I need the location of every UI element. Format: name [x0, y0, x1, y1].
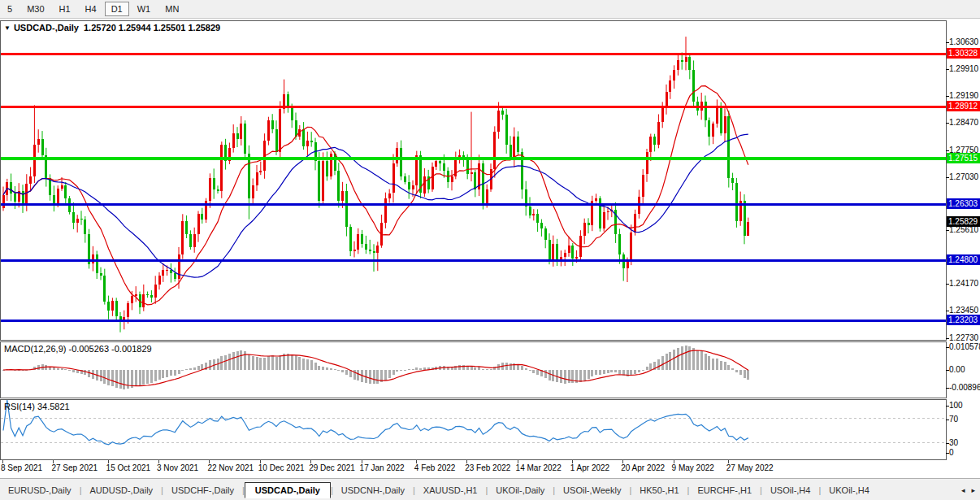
candle-body [365, 244, 367, 250]
chart-tab-audusd-daily[interactable]: AUDUSD-,Daily [81, 483, 161, 498]
candle-body [61, 185, 63, 189]
macd-histogram-bar [322, 367, 324, 370]
chart-tab-usdcad-daily[interactable]: USDCAD-,Daily [245, 482, 331, 498]
chart-tab-eurchf-h1[interactable]: EURCHF-,H1 [689, 483, 760, 498]
timeframe-button-w1[interactable]: W1 [131, 2, 158, 16]
macd-histogram-bar [716, 359, 718, 370]
candle-body [197, 214, 200, 234]
macd-indicator-panel[interactable]: MACD(12,26,9) -0.005263 -0.001829 [0, 341, 947, 398]
axis-tick-mark [946, 338, 949, 339]
horizontal-level-line[interactable] [1, 53, 946, 55]
ma-fast-line [3, 86, 748, 305]
timeframe-button-mn[interactable]: MN [158, 2, 185, 16]
macd-histogram-bar [158, 370, 161, 380]
horizontal-level-line[interactable] [1, 320, 946, 322]
candle-body [275, 129, 278, 152]
macd-histogram-bar [419, 368, 422, 371]
macd-histogram-bar [84, 370, 86, 375]
candle-body [720, 107, 722, 133]
horizontal-level-line[interactable] [1, 106, 946, 108]
date-label: 1 Apr 2022 [570, 463, 609, 472]
chart-tab-eurusd-daily[interactable]: EURUSD-,Daily [0, 483, 80, 498]
timeframe-button-h4[interactable]: H4 [79, 2, 103, 16]
horizontal-level-line[interactable] [1, 259, 946, 262]
tab-scroll-left-icon[interactable]: ◂ [961, 486, 965, 494]
chart-tab-usoil-h4[interactable]: USOil-,H4 [762, 483, 819, 498]
macd-histogram-bar [131, 370, 133, 388]
candle-body [474, 172, 476, 189]
candle-body [529, 207, 531, 216]
timeframe-button-m30[interactable]: M30 [20, 2, 50, 16]
macd-histogram-bar [677, 348, 679, 370]
timeframe-button-h1[interactable]: H1 [53, 2, 77, 16]
candle-body [178, 254, 180, 279]
timeframe-toolbar: 5M30H1H4D1W1MN [0, 0, 980, 19]
macd-histogram-bar [178, 370, 180, 374]
macd-histogram-bar [61, 368, 63, 370]
candle-body [256, 172, 258, 185]
horizontal-level-line[interactable] [1, 157, 946, 160]
chart-tab-xauusd-h1[interactable]: XAUUSD-,H1 [415, 483, 486, 498]
timeframe-button-d1[interactable]: D1 [105, 2, 129, 16]
price-tick: 1.27030 [949, 172, 978, 181]
rsi-indicator-panel[interactable]: RSI(14) 34.5821 [0, 399, 947, 460]
candle-body [443, 163, 445, 171]
date-axis[interactable]: 8 Sep 202127 Sep 202115 Oct 20213 Nov 20… [0, 460, 947, 478]
macd-histogram-bar [404, 370, 406, 371]
candle-body [271, 120, 274, 130]
price-chart-panel[interactable]: ▼USDCAD-,Daily1.25720 1.25944 1.25501 1.… [0, 20, 947, 341]
macd-histogram-bar [599, 370, 601, 375]
candle-body [92, 254, 94, 263]
candle-body [505, 115, 508, 145]
candle-body [72, 212, 75, 224]
macd-histogram-bar [240, 350, 242, 370]
macd-histogram-bar [252, 356, 254, 370]
candle-body [76, 219, 79, 224]
macd-histogram-bar [705, 354, 707, 370]
candle-body [302, 129, 305, 146]
candle-body [669, 80, 671, 92]
ma-slow-line [3, 134, 748, 277]
candle-body [213, 178, 215, 189]
candle-body [2, 195, 5, 208]
candle-body [404, 176, 406, 182]
date-label: 29 Dec 2021 [309, 463, 355, 472]
tab-scroll-right-icon[interactable]: ▸ [971, 486, 975, 494]
price-axis[interactable]: 1.306301.299101.291901.284701.277501.270… [947, 20, 980, 460]
rsi-line [3, 400, 748, 445]
level-price-label: 1.28912 [947, 101, 980, 111]
rsi-tick: 70 [949, 415, 958, 424]
candlestick-chart[interactable] [1, 21, 946, 340]
date-label: 14 Mar 2022 [516, 463, 562, 472]
macd-histogram-bar [68, 370, 71, 371]
axis-tick-mark [946, 150, 949, 151]
date-label: 17 Jan 2022 [360, 463, 405, 472]
macd-histogram-bar [549, 370, 551, 380]
macd-histogram-bar [735, 370, 738, 372]
candle-body [193, 234, 196, 247]
candle-body [111, 301, 114, 311]
macd-histogram-bar [618, 370, 621, 374]
candle-body [724, 116, 726, 133]
macd-histogram-bar [529, 370, 531, 371]
chart-dropdown-icon[interactable]: ▼ [4, 24, 11, 32]
timeframe-button-5[interactable]: 5 [1, 2, 19, 16]
candle-body [705, 102, 707, 120]
candle-body [400, 148, 402, 176]
chart-tab-usdcnh-daily[interactable]: USDCNH-,Daily [333, 483, 413, 498]
macd-histogram-bar [724, 362, 726, 370]
candle-body [107, 302, 110, 311]
chart-tab-hk50-h1[interactable]: HK50-,H1 [631, 483, 687, 498]
horizontal-level-line[interactable] [1, 203, 946, 206]
macd-histogram-bar [345, 370, 348, 375]
candle-body [103, 276, 106, 302]
candle-body [384, 198, 387, 223]
chart-title: ▼USDCAD-,Daily1.25720 1.25944 1.25501 1.… [4, 23, 220, 33]
chart-tab-usdchf-daily[interactable]: USDCHF-,Daily [163, 483, 242, 498]
macd-histogram-bar [505, 363, 508, 370]
chart-tab-ukoil-h4[interactable]: UKOil-,H4 [821, 483, 878, 498]
chart-tab-ukoil-daily[interactable]: UKOil-,Daily [488, 483, 553, 498]
chart-tab-usoil-weekly[interactable]: USOil-,Weekly [555, 483, 629, 498]
macd-histogram-bar [193, 367, 196, 370]
candle-body [568, 246, 570, 253]
